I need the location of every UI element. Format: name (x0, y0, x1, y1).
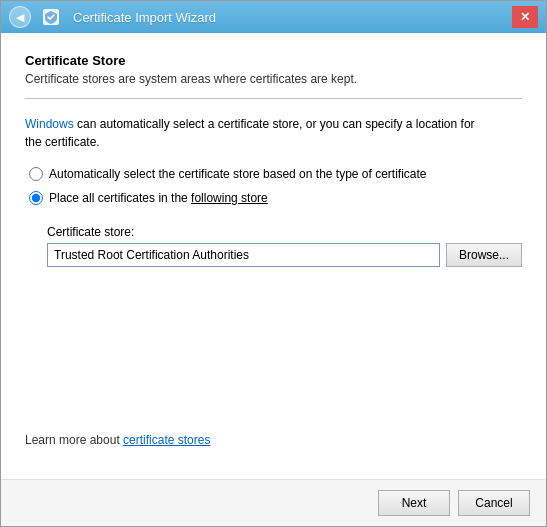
radio-group: Automatically select the certificate sto… (29, 167, 522, 205)
title-bar: ◀ Certificate Import Wizard ✕ (1, 1, 546, 33)
radio-manual-text-before: Place all certificates in the (49, 191, 191, 205)
radio-auto[interactable]: Automatically select the certificate sto… (29, 167, 522, 181)
wizard-icon (41, 7, 61, 27)
main-content: Certificate Store Certificate stores are… (1, 33, 546, 479)
store-input-row: Browse... (47, 243, 522, 267)
wizard-window: ◀ Certificate Import Wizard ✕ Certificat… (0, 0, 547, 527)
learn-more: Learn more about certificate stores (25, 433, 522, 447)
radio-manual[interactable]: Place all certificates in the following … (29, 191, 522, 205)
radio-auto-label[interactable]: Automatically select the certificate sto… (49, 167, 427, 181)
back-button[interactable]: ◀ (9, 6, 31, 28)
info-text-line1: Windows can automatically select a certi… (25, 117, 475, 131)
store-label: Certificate store: (47, 225, 522, 239)
radio-manual-input[interactable] (29, 191, 43, 205)
back-icon: ◀ (16, 11, 24, 24)
section-title: Certificate Store (25, 53, 522, 68)
window-title: Certificate Import Wizard (73, 10, 512, 25)
radio-auto-input[interactable] (29, 167, 43, 181)
next-button[interactable]: Next (378, 490, 450, 516)
spacer (25, 267, 522, 433)
cancel-button[interactable]: Cancel (458, 490, 530, 516)
section-desc: Certificate stores are system areas wher… (25, 72, 522, 86)
close-button[interactable]: ✕ (512, 6, 538, 28)
radio-manual-text-link: following store (191, 191, 268, 205)
learn-more-prefix: Learn more about (25, 433, 123, 447)
info-text-line2: the certificate. (25, 135, 100, 149)
title-bar-controls: ◀ Certificate Import Wizard (9, 6, 512, 28)
store-input[interactable] (47, 243, 440, 267)
windows-link: Windows (25, 117, 74, 131)
certificate-stores-link[interactable]: certificate stores (123, 433, 210, 447)
info-text: Windows can automatically select a certi… (25, 115, 522, 151)
store-section: Certificate store: Browse... (47, 225, 522, 267)
footer: Next Cancel (1, 479, 546, 526)
divider (25, 98, 522, 99)
radio-manual-label[interactable]: Place all certificates in the following … (49, 191, 268, 205)
browse-button[interactable]: Browse... (446, 243, 522, 267)
